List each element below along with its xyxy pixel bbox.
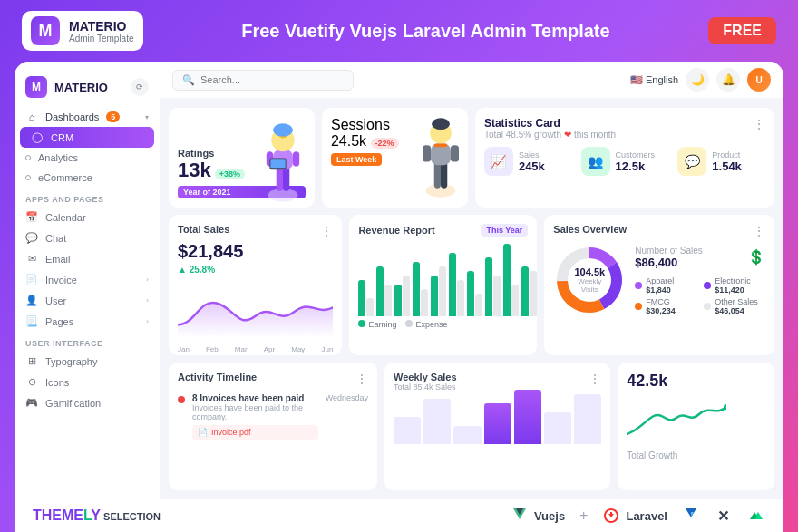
growth-label: Total Growth: [627, 450, 765, 460]
sidebar-item-invoice[interactable]: 📄 Invoice ›: [15, 269, 160, 290]
search-input[interactable]: [200, 74, 344, 85]
plus-icon: +: [579, 508, 588, 524]
activity-dot-icon: [178, 396, 185, 403]
product-stat-info: Product 1.54k: [712, 150, 742, 173]
invoice-icon: 📄: [25, 274, 38, 285]
earning-bar: [413, 262, 420, 316]
sidebar-item-analytics[interactable]: Analytics: [15, 148, 160, 168]
vuejs-logo: Vuejs: [511, 507, 565, 525]
sidebar-item-gamification[interactable]: 🎮 Gamification: [15, 392, 160, 413]
logo-subtitle: Admin Template: [69, 34, 134, 44]
earning-bar: [431, 276, 438, 316]
laravel-icon: [602, 507, 620, 525]
revenue-bar-chart: [358, 244, 528, 316]
growth-chart: [627, 398, 765, 447]
sales-overview-more-icon[interactable]: ⋮: [753, 224, 765, 238]
total-sales-growth: ▲ 25.8%: [178, 265, 333, 275]
earning-bar: [394, 285, 402, 316]
sidebar-item-calendar[interactable]: 📅 Calendar: [15, 207, 160, 227]
bar-pair: [358, 280, 374, 316]
sidebar-item-ecommerce[interactable]: eCommerce: [15, 168, 160, 188]
notifications-button[interactable]: 🔔: [716, 68, 740, 92]
sidebar-item-email-label: Email: [45, 254, 71, 265]
total-sales-chart: [178, 280, 333, 343]
nuxt-icon: [747, 507, 765, 525]
sessions-growth-badge: -22%: [371, 138, 399, 149]
weekly-sales-more-icon[interactable]: ⋮: [589, 372, 601, 386]
crm-icon: ◯: [31, 131, 44, 143]
activity-content: 8 Invoices have been paid Invoices have …: [192, 393, 318, 440]
home-icon: ⌂: [25, 111, 38, 122]
svg-point-11: [426, 184, 456, 198]
sidebar-item-analytics-label: Analytics: [38, 152, 78, 163]
sidebar-item-pages[interactable]: 📃 Pages ›: [15, 311, 160, 332]
growth-card: 42.5k Total Growth: [618, 363, 774, 490]
language-selector[interactable]: 🇺🇸 English: [630, 74, 678, 86]
total-sales-more-icon[interactable]: ⋮: [320, 224, 333, 238]
gamification-icon: 🎮: [25, 397, 38, 409]
activity-text: 8 Invoices have been paid: [192, 393, 318, 403]
sales-label: Sales: [519, 150, 545, 160]
sidebar-item-icons[interactable]: ⊙ Icons: [15, 372, 160, 392]
sidebar-item-typography[interactable]: ⊞ Typography: [15, 351, 160, 372]
bar-pair: [467, 271, 482, 316]
svg-rect-5: [293, 151, 299, 166]
legend-item: FMCG $30,234: [635, 297, 696, 315]
stats-card-more-icon[interactable]: ⋮: [753, 117, 765, 131]
top-banner: M MATERIO Admin Template Free Vuetify Vu…: [0, 0, 798, 62]
revenue-title: Revenue Report: [358, 225, 434, 236]
sidebar-item-gamification-label: Gamification: [45, 398, 101, 409]
growth-value: 42.5k: [627, 372, 765, 391]
sidebar-item-user[interactable]: 👤 User ›: [15, 290, 160, 311]
row3: Activity Timeline ⋮ 8 Invoices have been…: [169, 363, 774, 490]
sidebar-logo-icon: M: [25, 76, 47, 98]
activity-header: Activity Timeline ⋮: [178, 372, 368, 386]
flag-icon: 🇺🇸: [630, 74, 643, 86]
weekly-bar-item: [394, 417, 421, 444]
bar-pair: [521, 266, 537, 316]
sidebar-item-typography-label: Typography: [45, 356, 97, 367]
sales-stat-icon: 📈: [484, 147, 513, 176]
sidebar-icons: ⟳: [131, 78, 149, 96]
weekly-sales-title: Weekly Sales: [394, 372, 457, 382]
sidebar-refresh-icon[interactable]: ⟳: [131, 78, 149, 96]
legend-grid: Apparel $1,840 Electronic $11,420 FMCG $…: [635, 276, 765, 315]
customers-stat-info: Customers 12.5k: [616, 150, 656, 173]
chat-icon: 💬: [25, 232, 38, 244]
chevron-down-icon: ▾: [145, 113, 149, 121]
svg-point-0: [268, 189, 298, 202]
analytics-dot-icon: [25, 155, 31, 160]
weekly-sales-card: Weekly Sales Total 85.4k Sales ⋮: [384, 363, 610, 490]
earning-bar: [376, 266, 384, 316]
ratings-growth-badge: +38%: [215, 169, 245, 179]
stat-sales: 📈 Sales 245k: [484, 147, 572, 176]
earning-bar: [358, 280, 365, 316]
search-box[interactable]: 🔍: [172, 70, 354, 91]
sidebar-item-chat[interactable]: 💬 Chat: [15, 227, 160, 248]
bar-pair: [376, 266, 392, 316]
total-sales-title: Total Sales: [178, 224, 229, 235]
sidebar-item-icons-label: Icons: [45, 377, 69, 388]
sidebar-item-dashboards[interactable]: ⌂ Dashboards 5 ▾: [15, 107, 160, 127]
avatar[interactable]: U: [747, 68, 771, 92]
activity-more-icon[interactable]: ⋮: [355, 372, 368, 386]
legend-color-dot: [704, 303, 711, 310]
sidebar-item-email[interactable]: ✉ Email: [15, 248, 160, 269]
vuejs-icon: [511, 507, 529, 525]
vuejs-label: Vuejs: [534, 509, 565, 523]
activity-title: Activity Timeline: [178, 372, 257, 382]
sidebar-item-crm[interactable]: ◯ CRM: [20, 127, 154, 148]
sessions-card: Sessions 24.5k -22% Last Week: [322, 108, 468, 208]
weekly-sales-header: Weekly Sales Total 85.4k Sales ⋮: [394, 372, 601, 392]
sales-stat-info: Sales 245k: [519, 150, 545, 173]
wave-chart-svg: [178, 280, 333, 343]
svg-point-10: [273, 123, 293, 137]
ratings-card: Ratings 13k +38% Year of 2021: [169, 108, 315, 208]
x-logo: ✕: [715, 507, 733, 525]
svg-point-18: [432, 118, 450, 130]
svg-rect-1: [277, 167, 283, 191]
sidebar-item-ecommerce-label: eCommerce: [38, 172, 92, 183]
theme-toggle-button[interactable]: 🌙: [686, 68, 709, 92]
donut-label: 104.5k Weekly Visits: [571, 266, 608, 294]
earning-bar: [467, 271, 474, 316]
